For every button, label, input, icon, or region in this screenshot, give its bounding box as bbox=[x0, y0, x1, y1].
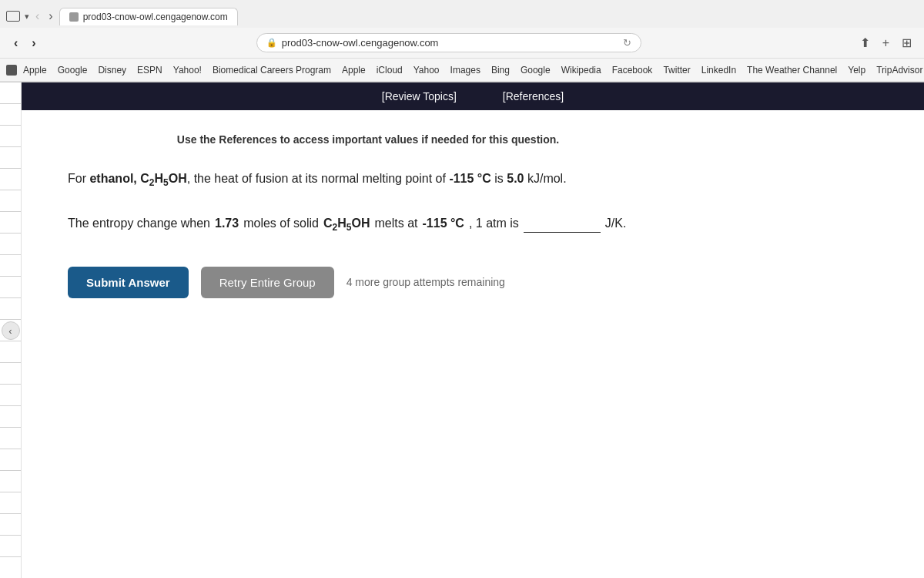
bookmark-icon-grid bbox=[6, 65, 17, 76]
grid-button[interactable]: ⊞ bbox=[899, 34, 915, 52]
atm-text: , 1 atm is bbox=[469, 213, 519, 234]
tab-bar: ▾ ‹ › prod03-cnow-owl.cengagenow.com bbox=[0, 0, 924, 28]
tab-controls: ▾ bbox=[6, 11, 29, 22]
sidebar-line bbox=[0, 147, 21, 169]
unit-jk: J/K. bbox=[605, 213, 627, 234]
sidebar-line bbox=[0, 471, 21, 492]
toolbar: ‹ › 🔒 prod03-cnow-owl.cengagenow.com ↻ ⬆… bbox=[0, 28, 924, 59]
problem-is: is bbox=[491, 172, 507, 185]
bookmark-yelp[interactable]: Yelp bbox=[843, 63, 870, 77]
sidebar-collapse-button[interactable]: ‹ bbox=[2, 321, 20, 340]
entropy-pre: The entropy change when bbox=[68, 213, 210, 234]
entropy-line: The entropy change when 1.73 moles of so… bbox=[68, 213, 668, 235]
bookmark-facebook[interactable]: Facebook bbox=[608, 63, 658, 77]
sidebar-line bbox=[0, 212, 21, 234]
bookmark-twitter[interactable]: Twitter bbox=[658, 63, 695, 77]
entropy-post: melts at bbox=[374, 213, 417, 234]
toolbar-nav: ‹ › bbox=[9, 35, 41, 52]
bookmark-yahoo2[interactable]: Yahoo bbox=[409, 63, 444, 77]
reference-note-text: Use the References to access important v… bbox=[177, 133, 559, 146]
sidebar-line bbox=[0, 298, 21, 320]
sub2: 5 bbox=[163, 177, 169, 188]
formula-sub2: 5 bbox=[346, 223, 352, 234]
sidebar-line bbox=[0, 104, 21, 126]
tab-title: prod03-cnow-owl.cengagenow.com bbox=[83, 12, 228, 22]
bookmark-icloud[interactable]: iCloud bbox=[372, 63, 407, 77]
bookmark-apple[interactable]: Apple bbox=[18, 63, 52, 77]
reference-note: Use the References to access important v… bbox=[68, 133, 668, 146]
sidebar-line bbox=[0, 428, 21, 449]
sidebar-line bbox=[0, 449, 21, 471]
bookmark-linkedin[interactable]: LinkedIn bbox=[697, 63, 741, 77]
sidebar-line bbox=[0, 363, 21, 385]
problem-pre: For bbox=[68, 172, 89, 185]
bookmark-tripadvisor[interactable]: TripAdvisor bbox=[872, 63, 924, 77]
problem-statement: For ethanol, C2H5OH, the heat of fusion … bbox=[68, 169, 668, 190]
bookmark-bing[interactable]: Bing bbox=[487, 63, 514, 77]
tab-favicon bbox=[69, 12, 79, 22]
references-link[interactable]: [References] bbox=[503, 90, 564, 102]
sidebar-line bbox=[0, 126, 21, 147]
address-bar[interactable]: 🔒 prod03-cnow-owl.cengagenow.com ↻ bbox=[256, 33, 641, 52]
active-tab[interactable]: prod03-cnow-owl.cengagenow.com bbox=[59, 8, 238, 25]
bookmark-google2[interactable]: Google bbox=[516, 63, 555, 77]
page-container: ‹ [Review Topics] [References] Use the R… bbox=[0, 82, 924, 578]
bookmark-wikipedia[interactable]: Wikipedia bbox=[557, 63, 606, 77]
forward-button[interactable]: › bbox=[45, 8, 55, 25]
address-text: prod03-cnow-owl.cengagenow.com bbox=[282, 37, 618, 49]
back-button[interactable]: ‹ bbox=[32, 8, 42, 25]
heat-unit: kJ/mol. bbox=[524, 172, 567, 185]
tab-square-icon bbox=[6, 11, 20, 22]
main-content: [Review Topics] [References] Use the Ref… bbox=[22, 82, 924, 578]
bm-icon-group bbox=[6, 65, 17, 76]
sidebar-line bbox=[0, 190, 21, 212]
bookmark-biomedical[interactable]: Biomedical Careers Program bbox=[208, 63, 336, 77]
bookmark-yahoo[interactable]: Yahoo! bbox=[169, 63, 206, 77]
sidebar-line bbox=[0, 169, 21, 190]
left-sidebar: ‹ bbox=[0, 82, 22, 578]
sidebar-line bbox=[0, 536, 21, 557]
toolbar-back-button[interactable]: ‹ bbox=[9, 35, 22, 52]
sidebar-line bbox=[0, 234, 21, 255]
chevron-down-icon: ▾ bbox=[25, 12, 29, 22]
sidebar-line bbox=[0, 406, 21, 428]
reload-icon[interactable]: ↻ bbox=[623, 37, 631, 49]
sidebar-line bbox=[0, 385, 21, 406]
bookmark-apple2[interactable]: Apple bbox=[337, 63, 370, 77]
bookmarks-bar: Apple Google Disney ESPN Yahoo! Biomedic… bbox=[0, 59, 924, 82]
answer-input[interactable] bbox=[524, 215, 601, 233]
attempts-text: 4 more group attempts remaining bbox=[346, 276, 505, 288]
browser-chrome: ▾ ‹ › prod03-cnow-owl.cengagenow.com ‹ ›… bbox=[0, 0, 924, 82]
sidebar-line bbox=[0, 514, 21, 536]
formula-label: C2H5OH bbox=[323, 213, 370, 235]
melting-point: -115 °C bbox=[449, 172, 490, 185]
add-tab-button[interactable]: + bbox=[879, 35, 892, 52]
bookmark-images[interactable]: Images bbox=[446, 63, 485, 77]
moles-value: 1.73 bbox=[215, 213, 239, 234]
top-nav: [Review Topics] [References] bbox=[22, 82, 924, 110]
sidebar-line bbox=[0, 255, 21, 277]
bookmark-weather[interactable]: The Weather Channel bbox=[742, 63, 842, 77]
sidebar-line bbox=[0, 341, 21, 363]
bookmark-disney[interactable]: Disney bbox=[93, 63, 131, 77]
sidebar-line bbox=[0, 492, 21, 514]
retry-button[interactable]: Retry Entire Group bbox=[201, 267, 334, 298]
formula-sub1: 2 bbox=[333, 223, 338, 234]
sidebar-line bbox=[0, 82, 21, 104]
submit-button[interactable]: Submit Answer bbox=[68, 267, 189, 298]
heat-value: 5.0 bbox=[507, 172, 524, 185]
entropy-mid: moles of solid bbox=[243, 213, 319, 234]
bookmark-google[interactable]: Google bbox=[53, 63, 92, 77]
share-button[interactable]: ⬆ bbox=[857, 34, 873, 52]
lock-icon: 🔒 bbox=[266, 38, 277, 48]
compound-name: ethanol, C2H5OH bbox=[89, 172, 186, 185]
review-topics-link[interactable]: [Review Topics] bbox=[382, 90, 457, 102]
content-area: Use the References to access important v… bbox=[22, 110, 715, 321]
toolbar-right: ⬆ + ⊞ bbox=[857, 34, 915, 52]
problem-mid: , the heat of fusion at its normal melti… bbox=[187, 172, 450, 185]
toolbar-forward-button[interactable]: › bbox=[27, 35, 40, 52]
bookmark-espn[interactable]: ESPN bbox=[132, 63, 167, 77]
sidebar-line bbox=[0, 277, 21, 298]
temp-value: -115 °C bbox=[423, 213, 464, 234]
sidebar-lines bbox=[0, 82, 21, 557]
